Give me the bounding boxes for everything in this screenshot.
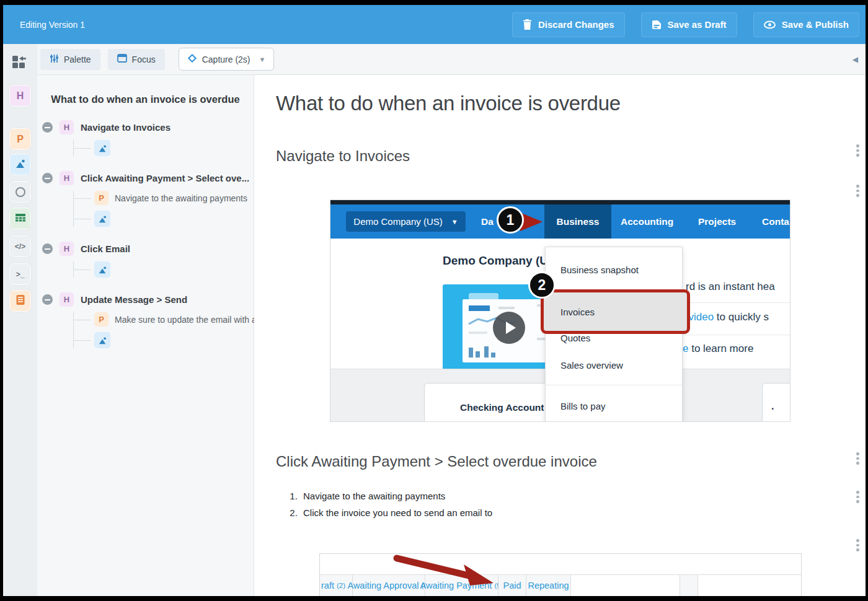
list-block-button[interactable] [9,290,31,312]
image-block-icon [94,140,110,156]
outline-group-2: H Click Awaiting Payment > Select ove...… [42,171,254,227]
kebab-menu[interactable] [856,491,860,503]
paragraph-badge: P [94,191,108,205]
nav-dashboard: Da [481,204,494,239]
table-icon [15,213,26,224]
account-card-partial: . [762,383,790,422]
nav-business: Business [544,204,611,239]
article-title[interactable]: What to do when an invoice is overdue [276,92,621,115]
section-heading-2[interactable]: Click Awaiting Payment > Select overdue … [276,453,597,470]
app-window: Editing Version 1 Discard Changes Save a… [3,5,866,596]
menu-item-sales-overview: Sales overview [560,360,623,371]
nav-contacts: Conta [762,204,789,239]
outline-child-image[interactable] [74,211,254,227]
menu-item-bills-to-pay: Bills to pay [560,401,606,411]
save-icon [652,20,662,30]
step-list: Navigate to the awaiting payments Click … [276,488,492,521]
screenshot-xero-business-menu[interactable]: Demo Company (US)▼ Da Business Accountin… [330,200,790,422]
save-and-publish-label: Save & Publish [782,19,849,30]
paragraph-badge: P [94,312,108,327]
kebab-menu[interactable] [856,185,860,197]
capture-block-button[interactable] [9,181,31,203]
focus-button[interactable]: Focus [108,49,165,70]
focus-window-icon [117,54,127,64]
table-block-button[interactable] [9,208,31,229]
outline-item-click-email[interactable]: H Click Email [42,242,254,256]
xero-text-row-1: rd is an instant hea [686,281,775,293]
business-dropdown-menu: Business snapshot Invoices Quotes Sales … [545,247,683,422]
collapse-panel-icon[interactable]: ◀ [852,55,858,64]
image-block-button[interactable] [9,154,31,175]
kebab-menu[interactable] [856,144,860,157]
discard-changes-label: Discard Changes [538,19,614,30]
outline-item-update-message-send[interactable]: H Update Message > Send [42,292,254,307]
terminal-icon: >_ [16,270,25,279]
outline-child-image[interactable] [74,261,254,278]
palette-sliders-icon [50,54,59,65]
paragraph-glyph: P [17,134,24,145]
outline-item-navigate-to-invoices[interactable]: H Navigate to Invoices [42,120,254,134]
heading-badge: H [60,292,74,307]
step-item-1[interactable]: Navigate to the awaiting payments [300,488,492,504]
outline-group-3: H Click Email [42,242,254,278]
discard-changes-button[interactable]: Discard Changes [512,12,625,37]
annotation-arrow-icon [389,551,501,589]
document-outline-sidebar: What to do when an invoice is overdue H … [37,75,254,596]
save-as-draft-button[interactable]: Save as Draft [641,12,737,37]
tab-paid: Paid [498,575,526,596]
outline-tree: H Navigate to Invoices H Click Awaiting … [37,120,254,348]
annotation-step-1: 1 [497,206,524,234]
capture-diamond-icon [187,53,197,65]
nav-projects: Projects [698,204,736,239]
heading-badge: H [60,242,74,256]
collapse-block-palette-icon[interactable] [11,55,27,72]
palette-button[interactable]: Palette [40,49,100,70]
menu-item-invoices: Invoices [560,307,595,317]
xero-page-heading: Demo Company (U [443,254,548,268]
xero-nav-bar: Demo Company (US)▼ Da Business Accountin… [330,204,790,239]
browser-top-strip [330,200,790,204]
save-and-publish-button[interactable]: Save & Publish [753,12,859,37]
outline-group-1: H Navigate to Invoices [42,120,254,156]
section-heading-1[interactable]: Navigate to Invoices [276,147,410,165]
palette-label: Palette [64,55,91,64]
outline-item-click-awaiting-payment[interactable]: H Click Awaiting Payment > Select ove... [42,171,254,185]
caret-down-icon: ▼ [259,56,266,63]
company-selector: Demo Company (US)▼ [346,211,466,232]
collapse-minus-icon[interactable] [42,243,53,254]
nav-accounting: Accounting [621,204,673,239]
paragraph-block-button[interactable]: P [9,128,31,150]
top-bar: Editing Version 1 Discard Changes Save a… [3,5,866,44]
capture-dropdown-button[interactable]: Capture (2s) ▼ [179,48,275,71]
block-palette-strip: H P </> >_ [3,44,37,596]
tab-repeating: Repeating [526,575,571,596]
terminal-block-button[interactable]: >_ [9,263,31,285]
menu-item-business-snapshot: Business snapshot [560,265,639,275]
collapse-minus-icon[interactable] [42,173,53,183]
code-block-button[interactable]: </> [9,235,31,257]
heading-block-button[interactable]: H [9,85,31,107]
editing-version-label: Editing Version 1 [20,20,85,30]
save-as-draft-label: Save as Draft [668,19,727,30]
outline-child-image[interactable] [74,332,254,348]
kebab-menu[interactable] [856,539,860,551]
invoices-highlight-box: Invoices [541,289,690,334]
collapse-minus-icon[interactable] [42,122,53,133]
outline-child-image[interactable] [74,140,254,156]
collapse-minus-icon[interactable] [42,294,53,305]
outline-title: What to do when an invoice is overdue [37,94,254,105]
outline-child-paragraph[interactable]: P Navigate to the awaiting payments [74,191,254,205]
ring-icon [16,187,25,197]
image-block-icon [94,261,110,278]
step-item-2[interactable]: Click the invoice you need to send an em… [300,504,492,521]
outline-child-paragraph[interactable]: P Make sure to update the email with any… [74,312,254,327]
image-mountain-icon [15,159,26,171]
play-icon [493,312,525,344]
capture-label: Capture (2s) [202,55,250,64]
xero-text-row-2: t video to quickly s [683,311,769,323]
eye-icon [764,20,776,29]
article-editor-canvas: What to do when an invoice is overdue Na… [254,75,866,596]
kebab-menu[interactable] [856,452,860,465]
focus-label: Focus [132,55,156,64]
image-block-icon [94,332,110,348]
